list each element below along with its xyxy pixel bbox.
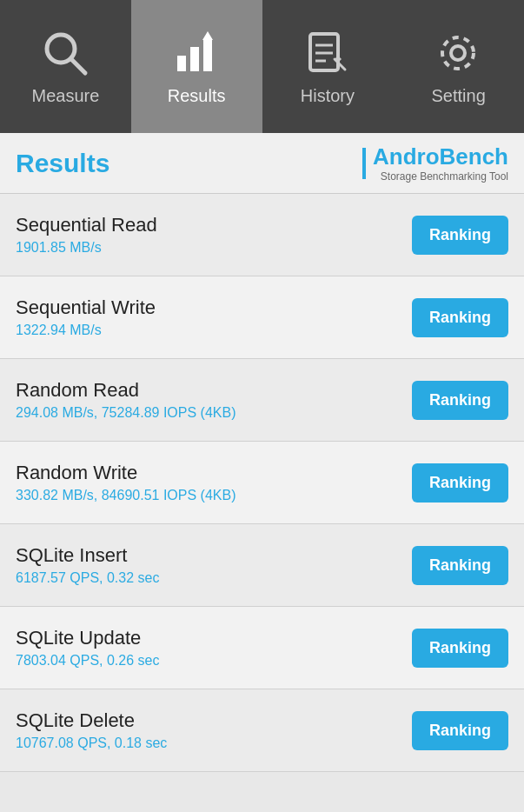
nav-item-history[interactable]: History — [262, 0, 394, 133]
nav-label-history: History — [301, 86, 355, 106]
result-info-0: Sequential Read 1901.85 MB/s — [16, 214, 157, 256]
setting-icon — [433, 27, 485, 79]
result-info-3: Random Write 330.82 MB/s, 84690.51 IOPS … — [16, 462, 235, 503]
ranking-button-1[interactable]: Ranking — [412, 298, 508, 337]
nav-bar: Measure Results — [0, 0, 524, 133]
result-title-6: SQLite Delete — [16, 709, 167, 732]
result-value-2: 294.08 MB/s, 75284.89 IOPS (4KB) — [16, 405, 235, 421]
result-row-0: Sequential Read 1901.85 MB/s Ranking — [0, 194, 524, 276]
result-title-2: Random Read — [16, 379, 235, 402]
svg-point-12 — [451, 46, 465, 60]
ranking-button-4[interactable]: Ranking — [412, 546, 508, 585]
svg-point-13 — [442, 37, 474, 69]
svg-rect-4 — [203, 38, 212, 71]
result-title-5: SQLite Update — [16, 627, 159, 649]
ranking-button-2[interactable]: Ranking — [412, 381, 508, 420]
result-row-5: SQLite Update 7803.04 QPS, 0.26 sec Rank… — [0, 607, 524, 689]
results-header: Results AndroBench Storage Benchmarking … — [0, 133, 524, 194]
svg-marker-5 — [202, 31, 213, 40]
result-value-5: 7803.04 QPS, 0.26 sec — [16, 653, 159, 669]
result-title-0: Sequential Read — [16, 214, 157, 236]
ranking-button-0[interactable]: Ranking — [412, 216, 508, 255]
brand-name: AndroBench — [373, 143, 508, 170]
brand-name-part2: Bench — [440, 143, 508, 170]
brand-text: AndroBench Storage Benchmarking Tool — [373, 143, 508, 183]
result-info-2: Random Read 294.08 MB/s, 75284.89 IOPS (… — [16, 379, 235, 421]
history-icon — [302, 27, 354, 79]
measure-icon — [39, 27, 91, 79]
result-row-2: Random Read 294.08 MB/s, 75284.89 IOPS (… — [0, 359, 524, 442]
nav-item-measure[interactable]: Measure — [0, 0, 131, 133]
result-title-3: Random Write — [16, 462, 235, 484]
result-row-6: SQLite Delete 10767.08 QPS, 0.18 sec Ran… — [0, 689, 524, 772]
brand-name-part1: Andro — [373, 143, 440, 170]
result-row-4: SQLite Insert 6187.57 QPS, 0.32 sec Rank… — [0, 524, 524, 607]
results-list: Sequential Read 1901.85 MB/s Ranking Seq… — [0, 194, 524, 772]
svg-line-1 — [71, 59, 85, 73]
result-info-1: Sequential Write 1322.94 MB/s — [16, 296, 156, 338]
brand-sub: Storage Benchmarking Tool — [381, 170, 508, 183]
result-row-3: Random Write 330.82 MB/s, 84690.51 IOPS … — [0, 442, 524, 524]
brand-bar — [362, 148, 366, 179]
result-row-1: Sequential Write 1322.94 MB/s Ranking — [0, 276, 524, 359]
result-info-4: SQLite Insert 6187.57 QPS, 0.32 sec — [16, 544, 159, 586]
ranking-button-3[interactable]: Ranking — [412, 463, 508, 503]
ranking-button-5[interactable]: Ranking — [412, 629, 508, 668]
nav-label-measure: Measure — [31, 86, 99, 106]
nav-label-setting: Setting — [431, 86, 485, 106]
result-value-3: 330.82 MB/s, 84690.51 IOPS (4KB) — [16, 488, 235, 503]
result-value-6: 10767.08 QPS, 0.18 sec — [16, 735, 167, 751]
svg-rect-3 — [190, 47, 199, 71]
result-info-6: SQLite Delete 10767.08 QPS, 0.18 sec — [16, 709, 167, 751]
nav-label-results: Results — [168, 86, 226, 106]
result-value-4: 6187.57 QPS, 0.32 sec — [16, 570, 159, 586]
results-icon — [170, 27, 222, 79]
brand-logo: AndroBench Storage Benchmarking Tool — [362, 143, 508, 183]
result-title-1: Sequential Write — [16, 296, 156, 319]
result-title-4: SQLite Insert — [16, 544, 159, 567]
svg-rect-2 — [177, 56, 186, 71]
ranking-button-6[interactable]: Ranking — [412, 711, 508, 750]
nav-item-setting[interactable]: Setting — [393, 0, 524, 133]
result-info-5: SQLite Update 7803.04 QPS, 0.26 sec — [16, 627, 159, 669]
page-title: Results — [16, 149, 109, 178]
result-value-1: 1322.94 MB/s — [16, 323, 156, 338]
nav-item-results[interactable]: Results — [131, 0, 262, 133]
result-value-0: 1901.85 MB/s — [16, 240, 157, 256]
